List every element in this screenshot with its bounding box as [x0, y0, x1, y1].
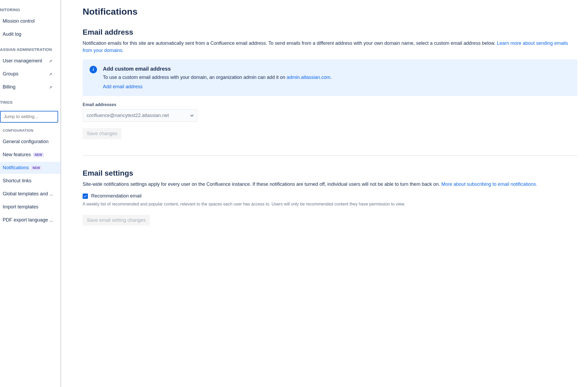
sidebar-item-notifications[interactable]: NotificationsNEW	[0, 162, 60, 174]
sidebar-section-settings: TINGS	[0, 98, 60, 107]
email-select-wrapper: confluence@nancytest22.atlassian.net	[83, 109, 197, 122]
page-title: Notifications	[83, 6, 577, 17]
email-addresses-label: Email addresses	[83, 102, 577, 107]
email-address-heading: Email address	[83, 28, 577, 37]
recommendation-email-help: A weekly list of recommended and popular…	[83, 201, 577, 207]
email-address-select[interactable]: confluence@nancytest22.atlassian.net	[83, 109, 197, 122]
add-email-address-link[interactable]: Add email address	[103, 84, 143, 90]
external-link-icon: ↗	[49, 85, 52, 89]
info-content: Add custom email address To use a custom…	[103, 66, 332, 90]
external-link-icon: ↗	[49, 72, 52, 76]
email-address-description: Notification emails for this site are au…	[83, 40, 577, 54]
sidebar-item-global-templates[interactable]: Global templates and ...	[0, 188, 60, 200]
recommendation-email-checkbox[interactable]	[83, 194, 88, 199]
info-icon: i	[90, 66, 97, 73]
save-email-settings-button[interactable]: Save email setting changes	[83, 215, 150, 226]
new-badge: NEW	[31, 166, 42, 170]
recommendation-email-row: Recommendation email	[83, 193, 577, 199]
sidebar-section-configuration: CONFIGURATION	[0, 126, 60, 135]
main-content: Notifications Email address Notification…	[61, 0, 588, 387]
sidebar-section-admin: ASSIAN ADMINISTRATION	[0, 45, 60, 54]
sidebar-item-billing[interactable]: Billing↗	[0, 81, 60, 93]
save-changes-button[interactable]: Save changes	[83, 128, 122, 139]
new-badge: NEW	[33, 152, 44, 157]
sidebar-item-new-features[interactable]: New featuresNEW	[0, 149, 60, 161]
sidebar: NITORING Mission control Audit log ASSIA…	[0, 0, 61, 387]
sidebar-item-user-management[interactable]: User management↗	[0, 55, 60, 67]
external-link-icon: ↗	[49, 59, 52, 63]
more-about-subscribing-link[interactable]: More about subscribing to email notifica…	[441, 182, 537, 187]
sidebar-item-import-templates[interactable]: Import templates	[0, 201, 60, 213]
email-settings-description: Site-wide notifications settings apply f…	[83, 181, 577, 188]
info-text: To use a custom email address with your …	[103, 75, 332, 80]
info-panel: i Add custom email address To use a cust…	[83, 59, 577, 96]
sidebar-item-audit-log[interactable]: Audit log	[0, 28, 60, 40]
sidebar-item-pdf-export-language[interactable]: PDF export language ...	[0, 214, 60, 226]
recommendation-email-label: Recommendation email	[91, 193, 142, 199]
sidebar-item-mission-control[interactable]: Mission control	[0, 15, 60, 27]
sidebar-search	[0, 111, 58, 123]
info-title: Add custom email address	[103, 66, 332, 72]
sidebar-item-general-configuration[interactable]: General configuration	[0, 136, 60, 148]
sidebar-item-groups[interactable]: Groups↗	[0, 68, 60, 80]
email-settings-heading: Email settings	[83, 169, 577, 178]
sidebar-search-input[interactable]	[0, 111, 58, 123]
divider	[83, 155, 577, 156]
sidebar-item-shortcut-links[interactable]: Shortcut links	[0, 175, 60, 187]
admin-atlassian-link[interactable]: admin.atlassian.com	[287, 75, 330, 80]
sidebar-section-monitoring: NITORING	[0, 5, 60, 14]
